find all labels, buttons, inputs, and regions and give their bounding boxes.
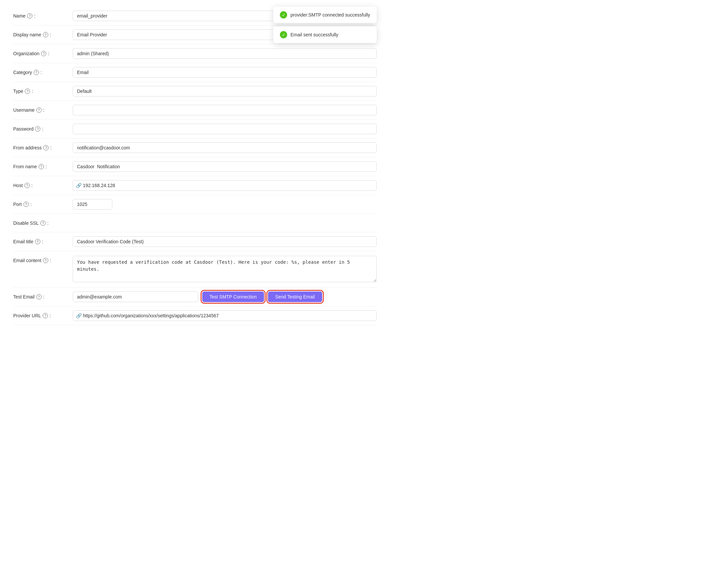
email-title-label-text: Email title [13,239,34,244]
organization-control [73,48,377,59]
send-testing-email-button[interactable]: Send Testing Email [268,292,322,302]
email-success-icon: ✓ [280,31,287,38]
type-help-icon[interactable]: ? [25,89,30,94]
disable-ssl-label: Disable SSL ? : [13,220,73,226]
test-email-row: Test Email ? : Test SMTP Connection Send… [13,288,377,307]
port-label: Port ? : [13,202,73,207]
link-icon: 🔗 [76,183,82,188]
host-help-icon[interactable]: ? [24,183,30,188]
category-label-text: Category [13,70,32,75]
display-name-label: Display name ? : [13,32,73,37]
email-content-textarea[interactable]: You have requested a verification code a… [73,256,377,282]
username-help-icon[interactable]: ? [36,107,42,113]
category-label: Category ? : [13,70,73,75]
organization-label-text: Organization [13,51,39,56]
email-content-help-icon[interactable]: ? [43,258,48,263]
email-toast-message: Email sent successfully [291,32,338,37]
email-title-input[interactable] [73,236,377,247]
test-email-help-icon[interactable]: ? [36,294,42,299]
disable-ssl-label-text: Disable SSL [13,220,39,226]
port-input[interactable] [73,199,112,210]
name-help-icon[interactable]: ? [27,13,33,19]
from-address-label-text: From address [13,145,42,150]
from-name-label-text: From name [13,164,37,169]
disable-ssl-help-icon[interactable]: ? [40,220,46,226]
password-control [73,124,377,134]
host-label-text: Host [13,183,23,188]
from-address-help-icon[interactable]: ? [43,145,48,150]
category-row: Category ? : [13,63,377,82]
email-success-toast: ✓ Email sent successfully [273,26,377,43]
host-label: Host ? : [13,183,73,188]
email-content-control: You have requested a verification code a… [73,256,377,283]
from-name-row: From name ? : [13,157,377,176]
from-name-help-icon[interactable]: ? [39,164,44,169]
type-row: Type ? : [13,82,377,101]
disable-ssl-control [73,220,377,226]
organization-row: Organization ? : [13,44,377,63]
password-label: Password ? : [13,126,73,131]
port-label-text: Port [13,202,22,207]
email-title-row: Email title ? : [13,232,377,251]
smtp-success-toast: ✓ provider:SMTP connected successfully [273,7,377,23]
from-address-label: From address ? : [13,145,73,150]
port-control [73,199,377,210]
type-label-text: Type [13,89,23,94]
toast-container: ✓ provider:SMTP connected successfully ✓… [273,7,377,43]
category-control [73,67,377,78]
from-address-input[interactable] [73,143,377,153]
password-row: Password ? : [13,120,377,139]
test-email-controls: Test SMTP Connection Send Testing Email [73,292,377,302]
test-email-label: Test Email ? : [13,294,73,299]
password-input[interactable] [73,124,377,134]
from-address-control [73,143,377,153]
provider-url-label: Provider URL ? : [13,313,73,318]
disable-ssl-row: Disable SSL ? : [13,214,377,232]
category-input[interactable] [73,67,377,78]
host-input[interactable] [73,180,377,191]
provider-url-link-icon: 🔗 [76,313,82,318]
username-row: Username ? : [13,101,377,120]
display-name-label-text: Display name [13,32,41,37]
provider-url-control: 🔗 [73,310,377,321]
type-control [73,86,377,97]
from-name-input[interactable] [73,161,377,172]
password-label-text: Password [13,126,34,131]
display-name-help-icon[interactable]: ? [43,32,48,37]
email-title-label: Email title ? : [13,239,73,244]
from-address-row: From address ? : [13,139,377,157]
from-name-label: From name ? : [13,164,73,169]
organization-help-icon[interactable]: ? [41,51,46,56]
provider-url-help-icon[interactable]: ? [43,313,48,318]
email-content-label-text: Email content [13,258,41,263]
password-help-icon[interactable]: ? [35,126,40,131]
test-email-label-text: Test Email [13,294,35,299]
host-input-wrapper: 🔗 [73,180,377,191]
username-control [73,105,377,115]
email-content-label: Email content ? : [13,256,73,263]
type-input[interactable] [73,86,377,97]
provider-url-input[interactable] [73,310,377,321]
host-control: 🔗 [73,180,377,191]
port-help-icon[interactable]: ? [23,202,29,207]
provider-url-row: Provider URL ? : 🔗 [13,307,377,325]
host-row: Host ? : 🔗 [13,176,377,195]
smtp-toast-message: provider:SMTP connected successfully [291,12,370,18]
username-input[interactable] [73,105,377,115]
category-help-icon[interactable]: ? [34,70,39,75]
form-container: ✓ provider:SMTP connected successfully ✓… [13,7,377,325]
organization-input[interactable] [73,48,377,59]
name-label: Name ? : [13,13,73,19]
email-title-control [73,236,377,247]
username-label: Username ? : [13,107,73,113]
provider-url-wrapper: 🔗 [73,310,377,321]
test-smtp-button[interactable]: Test SMTP Connection [202,292,264,302]
port-row: Port ? : [13,195,377,214]
organization-label: Organization ? : [13,51,73,56]
from-name-control [73,161,377,172]
email-content-row: Email content ? : You have requested a v… [13,251,377,288]
test-email-input[interactable] [73,292,198,302]
type-label: Type ? : [13,89,73,94]
email-title-help-icon[interactable]: ? [35,239,40,244]
smtp-success-icon: ✓ [280,11,287,19]
